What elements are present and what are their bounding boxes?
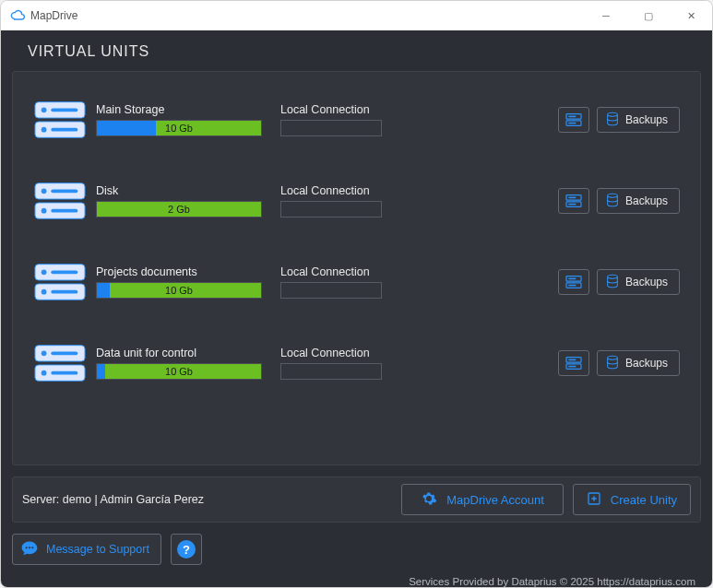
unit-name: Main Storage <box>96 103 271 116</box>
svg-rect-36 <box>51 351 77 355</box>
svg-rect-30 <box>568 278 576 280</box>
svg-rect-27 <box>51 290 77 294</box>
connection-input[interactable] <box>280 363 382 380</box>
connection-label: Local Connection <box>280 103 437 116</box>
svg-rect-9 <box>568 123 576 124</box>
support-row: Message to Support ? <box>12 534 701 565</box>
content-area: VIRTUAL UNITS Main Storage 10 Gb Local C… <box>1 30 712 588</box>
drive-icon <box>33 260 87 304</box>
backups-label: Backups <box>625 113 668 126</box>
svg-point-45 <box>26 547 28 548</box>
server-info: Server: demo | Admin García Perez <box>22 493 392 506</box>
unit-backups-button[interactable]: Backups <box>597 269 680 295</box>
svg-rect-16 <box>51 209 77 213</box>
svg-point-13 <box>42 188 47 194</box>
svg-point-10 <box>608 112 618 116</box>
svg-rect-25 <box>51 270 77 274</box>
unit-usage-bar: 10 Gb <box>96 282 262 299</box>
unit-size-label: 10 Gb <box>165 123 193 134</box>
svg-point-24 <box>42 269 47 275</box>
connection-label: Local Connection <box>280 347 437 359</box>
svg-rect-8 <box>568 116 576 118</box>
svg-point-46 <box>29 547 30 548</box>
connection-label: Local Connection <box>280 184 437 197</box>
database-icon <box>605 193 620 210</box>
svg-rect-41 <box>568 359 576 361</box>
drive-icon <box>33 179 87 223</box>
unit-main: Data unit for control 10 Gb <box>96 347 271 380</box>
unit-backups-button[interactable]: Backups <box>597 188 680 214</box>
svg-rect-38 <box>51 371 77 375</box>
unit-main: Projects documents 10 Gb <box>96 265 271 299</box>
unit-config-button[interactable] <box>558 107 589 133</box>
gear-icon <box>421 490 437 510</box>
footer-text: Services Provided by Dataprius © 2025 ht… <box>12 572 701 588</box>
drive-icon <box>33 98 87 142</box>
unit-size-label: 10 Gb <box>165 366 193 377</box>
unit-connection: Local Connection <box>280 103 437 136</box>
unit-connection: Local Connection <box>280 184 437 218</box>
account-button-label: MapDrive Account <box>446 493 544 507</box>
unit-actions: Backups <box>558 269 680 295</box>
svg-rect-14 <box>51 189 77 193</box>
app-title: MapDrive <box>30 9 77 22</box>
connection-input[interactable] <box>280 120 382 136</box>
svg-rect-5 <box>51 128 77 132</box>
plus-icon <box>587 491 601 509</box>
maximize-button[interactable]: ▢ <box>627 1 670 30</box>
backups-label: Backups <box>625 194 668 207</box>
unit-config-button[interactable] <box>558 350 589 376</box>
unit-connection: Local Connection <box>280 347 437 380</box>
svg-point-35 <box>42 350 47 356</box>
bottom-bar: Server: demo | Admin García Perez MapDri… <box>12 476 701 523</box>
chat-icon <box>20 539 39 560</box>
unit-name: Data unit for control <box>96 347 271 359</box>
unit-row: Projects documents 10 Gb Local Connectio… <box>33 247 680 328</box>
unit-actions: Backups <box>558 107 680 133</box>
help-icon: ? <box>177 540 196 559</box>
svg-point-15 <box>42 208 47 214</box>
backups-label: Backups <box>625 357 668 370</box>
minimize-button[interactable]: ─ <box>585 1 627 30</box>
app-window: MapDrive ─ ▢ ✕ VIRTUAL UNITS Main Storag… <box>0 0 713 588</box>
unit-row: Data unit for control 10 Gb Local Connec… <box>33 328 680 409</box>
unit-name: Disk <box>96 184 271 197</box>
svg-point-26 <box>42 289 47 295</box>
unit-config-button[interactable] <box>558 269 589 295</box>
section-title: VIRTUAL UNITS <box>28 43 701 60</box>
unit-actions: Backups <box>558 188 680 214</box>
app-icon <box>10 8 25 23</box>
connection-label: Local Connection <box>280 265 437 278</box>
svg-point-32 <box>608 275 618 278</box>
close-button[interactable]: ✕ <box>670 1 712 30</box>
unit-actions: Backups <box>558 350 680 376</box>
mapdrive-account-button[interactable]: MapDrive Account <box>401 484 564 515</box>
help-button[interactable]: ? <box>171 534 202 565</box>
connection-input[interactable] <box>280 201 382 218</box>
unit-size-label: 10 Gb <box>165 285 193 296</box>
unit-backups-button[interactable]: Backups <box>597 107 680 133</box>
svg-rect-20 <box>568 204 576 206</box>
unit-usage-bar: 2 Gb <box>96 201 262 218</box>
create-unity-button[interactable]: Create Unity <box>573 484 691 515</box>
drive-icon <box>33 341 87 385</box>
unit-backups-button[interactable]: Backups <box>597 350 680 376</box>
database-icon <box>605 274 620 291</box>
unit-main: Main Storage 10 Gb <box>96 103 271 136</box>
svg-rect-31 <box>568 285 576 287</box>
unit-usage-bar: 10 Gb <box>96 120 262 136</box>
unit-connection: Local Connection <box>280 265 437 299</box>
unit-main: Disk 2 Gb <box>96 184 271 218</box>
unit-size-label: 2 Gb <box>168 204 190 215</box>
message-support-button[interactable]: Message to Support <box>12 534 161 565</box>
titlebar: MapDrive ─ ▢ ✕ <box>1 1 712 30</box>
database-icon <box>605 112 620 129</box>
unit-config-button[interactable] <box>558 188 589 214</box>
connection-input[interactable] <box>280 282 382 299</box>
svg-rect-3 <box>51 108 77 112</box>
svg-point-4 <box>42 127 47 133</box>
svg-point-47 <box>31 547 33 548</box>
create-button-label: Create Unity <box>611 493 677 507</box>
backups-label: Backups <box>625 276 668 288</box>
svg-point-43 <box>608 356 618 359</box>
